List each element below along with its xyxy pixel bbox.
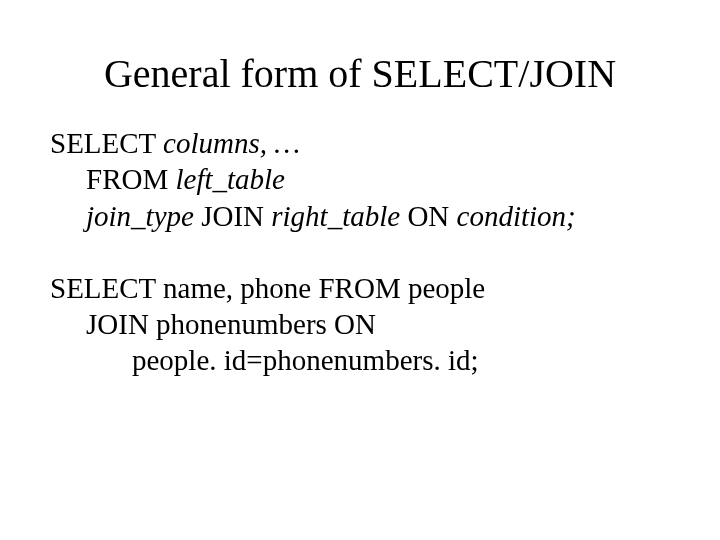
keyword-join: JOIN [194, 200, 271, 232]
slide-body: SELECT columns, … FROM left_table join_t… [50, 125, 670, 379]
arg-right-table: right_table [271, 200, 400, 232]
arg-condition: condition; [457, 200, 576, 232]
arg-join-type: join_type [86, 200, 194, 232]
example-line-3: people. id=phonenumbers. id; [50, 342, 670, 378]
arg-left-table: left_table [175, 163, 285, 195]
syntax-line-join: join_type JOIN right_table ON condition; [50, 198, 670, 234]
syntax-line-from: FROM left_table [50, 161, 670, 197]
syntax-line-select: SELECT columns, … [50, 125, 670, 161]
keyword-from: FROM [86, 163, 175, 195]
example-line-2: JOIN phonenumbers ON [50, 306, 670, 342]
example-line-1: SELECT name, phone FROM people [50, 270, 670, 306]
keyword-on: ON [400, 200, 456, 232]
slide-title: General form of SELECT/JOIN [50, 50, 670, 97]
arg-columns: columns, … [163, 127, 300, 159]
keyword-select: SELECT [50, 127, 163, 159]
